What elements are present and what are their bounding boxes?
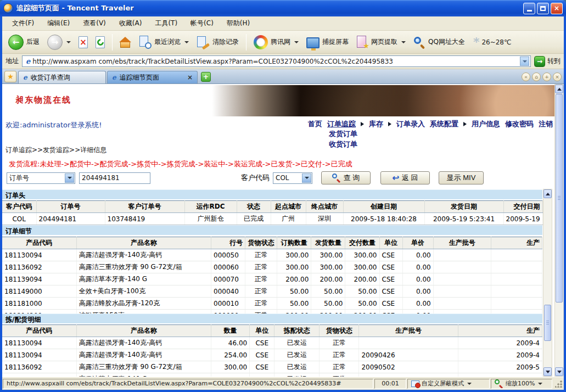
scroll-down-icon[interactable] xyxy=(543,367,552,376)
qq-nav-button[interactable]: QQ网址大全 xyxy=(411,35,468,50)
column-header: 拣配状态 xyxy=(274,325,320,337)
show-miv-button[interactable]: 显示 MIV xyxy=(439,171,484,184)
toolbar-separator xyxy=(112,34,113,51)
table-cell: 2009-5-19 5:23:41 xyxy=(424,213,503,225)
block-mode-dropdown-icon xyxy=(467,383,472,385)
nav-item-user-info[interactable]: 用户信息 xyxy=(472,119,500,129)
back-icon: ← xyxy=(8,35,24,50)
menu-account[interactable]: 帐号(C) xyxy=(186,16,222,30)
page-scrollbar-thumb[interactable] xyxy=(556,94,563,303)
back-button[interactable]: ← 后退 xyxy=(5,33,42,52)
qq-site-label: 腾讯网 xyxy=(271,37,290,47)
close-all-icon[interactable]: × xyxy=(553,72,562,81)
address-bar: 地址 e → 转到 xyxy=(2,54,564,69)
table-cell: 高露洁三重功效牙膏 90 G-72支/箱 xyxy=(76,261,211,273)
forward-button[interactable]: → xyxy=(44,33,74,52)
order-type-value: 订单号 xyxy=(7,173,64,183)
query-button[interactable]: 查 询 xyxy=(321,171,371,184)
tab-tracking-detail[interactable]: e 追踪细节页面 × xyxy=(107,71,198,83)
nav-item-change-password[interactable]: 修改密码 xyxy=(505,119,534,129)
address-input[interactable] xyxy=(32,58,520,65)
menu-edit[interactable]: 编辑(E) xyxy=(43,16,79,30)
search-icon xyxy=(413,36,425,48)
menu-favorites[interactable]: 收藏(A) xyxy=(115,16,151,30)
block-mode-control[interactable]: 自定义屏蔽模式 xyxy=(407,379,490,389)
zoom-control[interactable]: 缩放100% xyxy=(491,379,552,389)
maximize-button[interactable] xyxy=(537,3,549,14)
page-favicon: e xyxy=(24,57,32,65)
menu-view[interactable]: 查看(V) xyxy=(79,16,115,30)
home-button[interactable] xyxy=(117,35,133,49)
table-cell: 高露洁超强牙膏-140克-高钙 xyxy=(76,349,211,361)
clear-history-button[interactable]: 清除记录 xyxy=(194,34,242,51)
menu-tools[interactable]: 工具(T) xyxy=(150,16,186,30)
resize-grip[interactable] xyxy=(555,380,563,388)
table-cell: 300.00 xyxy=(311,261,345,273)
table-cell: 181139094 xyxy=(2,273,76,285)
table-cell: 181139094 xyxy=(2,373,76,377)
table-cell xyxy=(359,337,458,349)
table-cell: 300.00 xyxy=(277,261,311,273)
app-icon xyxy=(3,3,13,13)
new-tab-button[interactable]: + xyxy=(201,72,211,82)
page-scrollbar[interactable] xyxy=(554,84,564,377)
go-button[interactable]: → 转到 xyxy=(534,56,561,67)
submenu-receive-order[interactable]: 收货订单 xyxy=(329,139,357,149)
scroll-up-icon[interactable] xyxy=(543,189,552,198)
submenu-ship-order[interactable]: 发货订单 xyxy=(329,129,357,139)
table-cell: 50.00 xyxy=(345,285,379,298)
nav-item-inventory[interactable]: 库存 xyxy=(369,119,383,129)
column-header: 生产批号 xyxy=(359,325,458,337)
table-cell: 0.00 xyxy=(402,273,433,285)
scroll-up-icon[interactable] xyxy=(555,85,563,93)
refresh-button[interactable] xyxy=(93,35,108,50)
nav-item-order-entry[interactable]: 订单录入 xyxy=(396,119,425,129)
table-cell: CSE xyxy=(250,349,274,361)
order-type-select[interactable]: 订单号 xyxy=(7,172,75,184)
favorites-button[interactable]: ★ xyxy=(4,71,16,82)
table-cell: 高露洁超强牙膏-140克-高钙 xyxy=(76,249,211,261)
nav-item-order-tracking[interactable]: 订单追踪 xyxy=(327,119,356,129)
menu-help[interactable]: 帮助(H) xyxy=(222,16,259,30)
recent-history-button[interactable]: 最近浏览 xyxy=(136,34,192,51)
nav-item-system-config[interactable]: 系统配置 xyxy=(430,119,458,129)
column-header: 产品代码 xyxy=(2,325,76,337)
toolbar-separator xyxy=(246,34,246,51)
table-cell: 254.00 xyxy=(211,349,250,361)
tab-list-icon[interactable]: « xyxy=(522,72,530,81)
frame-scrollbar-thumb[interactable] xyxy=(544,305,551,341)
close-tab-icon[interactable]: × xyxy=(187,74,193,81)
table-cell: 正常 xyxy=(245,273,277,285)
page-content: 昶东物流在线 欢迎:administrator登录系统! 首页 订单追踪 库存 … xyxy=(2,84,564,377)
nav-item-home[interactable]: 首页 xyxy=(308,119,322,129)
table-cell: 正常 xyxy=(320,361,359,373)
weather-widget[interactable]: * 26~28℃ xyxy=(470,37,515,48)
restore-tab-icon[interactable]: ⌂ xyxy=(532,72,541,81)
order-number-input[interactable] xyxy=(79,172,150,184)
page-extract-button[interactable]: ★ 网页提取 xyxy=(354,34,408,51)
menu-file[interactable]: 文件(F) xyxy=(8,16,43,30)
table-cell: 0.00 xyxy=(402,285,433,298)
table-cell: CSE xyxy=(379,261,402,273)
stop-button[interactable]: × xyxy=(76,35,91,50)
close-button[interactable]: × xyxy=(551,3,563,14)
address-dropdown-button[interactable] xyxy=(520,57,529,66)
tab-receive-order-query[interactable]: e 收货订单查询 xyxy=(18,71,106,83)
table-cell: 已发运 xyxy=(274,337,320,349)
qq-site-button[interactable]: 腾讯网 xyxy=(251,33,301,51)
table-cell: 000050 xyxy=(211,249,245,261)
customer-code-value: COL xyxy=(273,174,301,182)
nav-item-logout[interactable]: 注销 xyxy=(539,119,553,129)
column-header: 生产批号 xyxy=(433,237,491,249)
query-label: 查 询 xyxy=(344,173,360,183)
capture-screen-button[interactable]: 捕捉屏幕 xyxy=(304,35,351,50)
expand-icon[interactable]: + xyxy=(542,72,551,81)
scroll-down-icon[interactable] xyxy=(555,367,563,376)
chevron-down-icon xyxy=(302,173,311,183)
column-header: 发货日期 xyxy=(424,201,503,213)
frame-scrollbar[interactable] xyxy=(543,189,552,377)
minimize-button[interactable] xyxy=(523,3,535,14)
customer-code-select[interactable]: COL xyxy=(273,172,312,184)
return-button[interactable]: ↩ 返 回 xyxy=(380,171,430,184)
column-header: 创建日期 xyxy=(343,201,424,213)
